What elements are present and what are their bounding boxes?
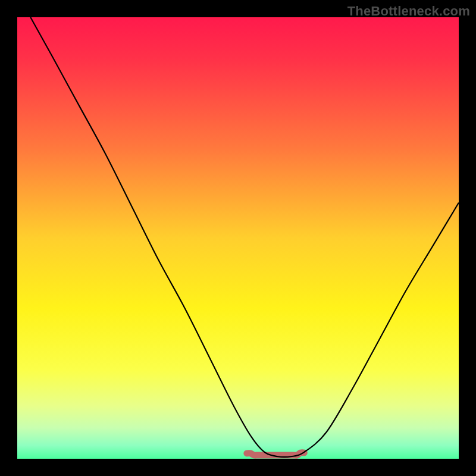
bottleneck-chart	[17, 17, 459, 459]
chart-plot-area	[17, 17, 459, 459]
chart-background-gradient	[17, 17, 459, 459]
watermark-text: TheBottleneck.com	[347, 4, 470, 19]
optimal-range-highlight	[247, 453, 304, 456]
